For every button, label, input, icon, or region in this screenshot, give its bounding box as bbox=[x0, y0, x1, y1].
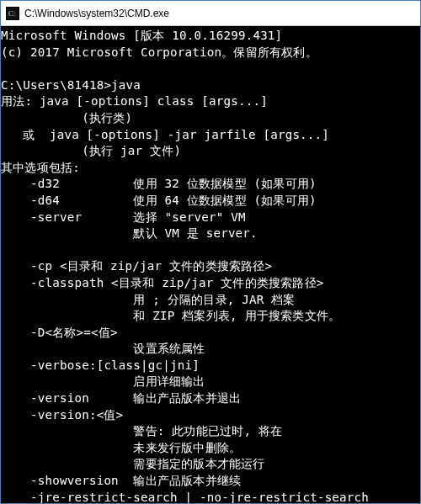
terminal-line: -classpath <目录和 zip/jar 文件的类搜索路径> bbox=[1, 276, 323, 289]
terminal-line: -verbose:[class|gc|jni] bbox=[1, 358, 200, 372]
terminal-line: 启用详细输出 bbox=[1, 374, 205, 388]
cmd-icon: C: bbox=[6, 7, 19, 20]
terminal-line: (c) 2017 Microsoft Corporation。保留所有权利。 bbox=[1, 45, 317, 59]
terminal-line: -d64 使用 64 位数据模型 (如果可用) bbox=[1, 194, 317, 207]
terminal-line: 用法: java [-options] class [args...] bbox=[1, 94, 268, 108]
terminal-line: -cp <目录和 zip/jar 文件的类搜索路径> bbox=[1, 259, 272, 273]
terminal-line: (执行类) bbox=[1, 111, 132, 125]
terminal-line: 和 ZIP 档案列表, 用于搜索类文件。 bbox=[1, 309, 340, 322]
terminal-line: 或 java [-options] -jar jarfile [args...] bbox=[1, 128, 329, 141]
titlebar[interactable]: C: C:\Windows\system32\CMD.exe bbox=[1, 1, 420, 26]
terminal-line: 其中选项包括: bbox=[1, 161, 80, 174]
terminal-line: (执行 jar 文件) bbox=[1, 144, 181, 157]
terminal-line: 设置系统属性 bbox=[1, 342, 205, 355]
terminal-line: 用 ; 分隔的目录, JAR 档案 bbox=[1, 293, 296, 306]
terminal-line: -jre-restrict-search | -no-jre-restrict-… bbox=[1, 491, 369, 503]
terminal-line: 警告: 此功能已过时, 将在 bbox=[1, 424, 282, 438]
terminal-line: -version:<值> bbox=[1, 408, 123, 422]
cmd-window: C: C:\Windows\system32\CMD.exe Microsoft… bbox=[0, 0, 421, 504]
svg-text:C:: C: bbox=[8, 9, 16, 18]
terminal-line: Microsoft Windows [版本 10.0.16299.431] bbox=[1, 29, 282, 42]
terminal-line: 默认 VM 是 server. bbox=[1, 226, 258, 240]
terminal-line: -D<名称>=<值> bbox=[1, 326, 118, 339]
terminal-line: -version 输出产品版本并退出 bbox=[1, 391, 241, 405]
terminal-line: -d32 使用 32 位数据模型 (如果可用) bbox=[1, 177, 317, 190]
window-title: C:\Windows\system32\CMD.exe bbox=[24, 8, 169, 19]
terminal-output[interactable]: Microsoft Windows [版本 10.0.16299.431] (c… bbox=[1, 26, 420, 503]
terminal-line: C:\Users\81418>java bbox=[1, 78, 141, 92]
terminal-line: 需要指定的版本才能运行 bbox=[1, 457, 265, 470]
terminal-line: -showversion 输出产品版本并继续 bbox=[1, 474, 241, 487]
terminal-line: 未来发行版中删除。 bbox=[1, 441, 241, 454]
terminal-line: -server 选择 "server" VM bbox=[1, 210, 246, 224]
